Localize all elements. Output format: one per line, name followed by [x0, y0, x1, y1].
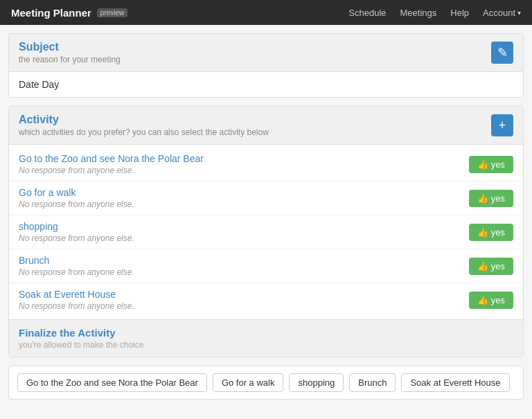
subject-header-info: Subject the reason for your meeting	[19, 41, 121, 64]
choice-row: Go to the Zoo and see Nora the Polar Bea…	[8, 366, 524, 400]
edit-icon: ✎	[497, 45, 508, 60]
yes-label: yes	[491, 227, 505, 238]
yes-button[interactable]: 👍 yes	[469, 224, 513, 241]
activity-item: shopping No response from anyone else. 👍…	[9, 215, 523, 249]
choice-button[interactable]: shopping	[289, 373, 344, 392]
activity-item: Go to the Zoo and see Nora the Polar Bea…	[9, 148, 523, 181]
activity-list: Go to the Zoo and see Nora the Polar Bea…	[9, 145, 523, 319]
activity-item-name[interactable]: Soak at Everett House	[19, 289, 134, 300]
brand: Meeting Planner preview	[11, 7, 127, 19]
thumbs-up-icon: 👍	[477, 159, 488, 170]
caret-icon: ▾	[517, 9, 521, 17]
activity-card: Activity which activities do you prefer?…	[8, 106, 524, 357]
activity-item-info: Brunch No response from anyone else.	[19, 255, 134, 277]
choice-button[interactable]: Brunch	[349, 373, 396, 392]
activity-item-info: Go to the Zoo and see Nora the Polar Bea…	[19, 153, 204, 175]
thumbs-up-icon: 👍	[477, 295, 488, 305]
activity-item-status: No response from anyone else.	[19, 267, 134, 277]
thumbs-up-icon: 👍	[477, 261, 488, 271]
nav-help[interactable]: Help	[450, 8, 469, 18]
activity-item: Brunch No response from anyone else. 👍 y…	[9, 249, 523, 283]
account-menu[interactable]: Account ▾	[483, 8, 521, 18]
brand-name: Meeting Planner	[11, 7, 91, 19]
main-content: Subject the reason for your meeting ✎ Da…	[0, 25, 532, 408]
nav-schedule[interactable]: Schedule	[348, 8, 386, 18]
subject-card: Subject the reason for your meeting ✎ Da…	[8, 33, 524, 98]
yes-label: yes	[491, 159, 505, 170]
activity-item-info: Go for a walk No response from anyone el…	[19, 187, 134, 209]
yes-button[interactable]: 👍 yes	[469, 258, 513, 275]
thumbs-up-icon: 👍	[477, 227, 488, 238]
activity-item-name[interactable]: Go to the Zoo and see Nora the Polar Bea…	[19, 153, 204, 164]
preview-badge: preview	[97, 8, 127, 17]
choice-button[interactable]: Go for a walk	[213, 373, 284, 392]
choice-button[interactable]: Go to the Zoo and see Nora the Polar Bea…	[17, 373, 207, 392]
navbar: Meeting Planner preview Schedule Meeting…	[0, 0, 532, 25]
account-label: Account	[483, 8, 515, 18]
yes-button[interactable]: 👍 yes	[469, 156, 513, 173]
activity-item-info: shopping No response from anyone else.	[19, 221, 134, 243]
yes-button[interactable]: 👍 yes	[469, 190, 513, 207]
activity-card-header: Activity which activities do you prefer?…	[9, 107, 523, 145]
activity-item: Go for a walk No response from anyone el…	[9, 181, 523, 215]
activity-item-status: No response from anyone else.	[19, 199, 134, 209]
activity-item-status: No response from anyone else.	[19, 166, 204, 175]
activity-subtitle: which activities do you prefer? you can …	[19, 127, 269, 137]
finalize-subtitle: you're allowed to make the choice	[19, 340, 513, 350]
yes-label: yes	[491, 261, 505, 271]
subject-subtitle: the reason for your meeting	[19, 55, 121, 64]
nav-links: Schedule Meetings Help Account ▾	[348, 8, 521, 18]
subject-title: Subject	[19, 41, 121, 53]
activity-item: Soak at Everett House No response from a…	[9, 283, 523, 317]
add-activity-button[interactable]: +	[491, 114, 513, 136]
activity-title: Activity	[19, 114, 269, 126]
finalize-title: Finalize the Activity	[19, 327, 513, 339]
subject-value: Date Day	[9, 72, 523, 97]
thumbs-up-icon: 👍	[477, 193, 488, 204]
activity-item-name[interactable]: shopping	[19, 221, 134, 232]
add-icon: +	[499, 118, 506, 133]
yes-label: yes	[491, 295, 505, 305]
yes-label: yes	[491, 193, 505, 204]
activity-item-info: Soak at Everett House No response from a…	[19, 289, 134, 311]
activity-item-name[interactable]: Go for a walk	[19, 187, 134, 198]
yes-button[interactable]: 👍 yes	[469, 292, 513, 309]
subject-card-header: Subject the reason for your meeting ✎	[9, 34, 523, 72]
edit-subject-button[interactable]: ✎	[491, 42, 513, 64]
activity-item-status: No response from anyone else.	[19, 233, 134, 243]
activity-item-status: No response from anyone else.	[19, 301, 134, 311]
nav-meetings[interactable]: Meetings	[400, 8, 437, 18]
finalize-section: Finalize the Activity you're allowed to …	[9, 319, 523, 357]
activity-item-name[interactable]: Brunch	[19, 255, 134, 266]
activity-header-info: Activity which activities do you prefer?…	[19, 114, 269, 137]
choice-button[interactable]: Soak at Everett House	[401, 373, 509, 392]
